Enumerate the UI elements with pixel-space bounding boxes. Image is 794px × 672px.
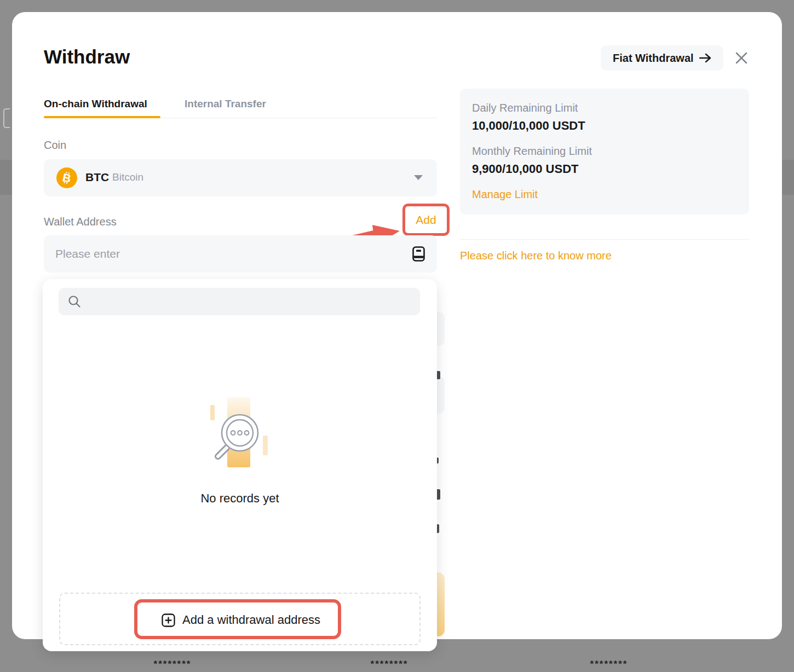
tab-onchain-withdrawal[interactable]: On-chain Withdrawal <box>44 98 147 110</box>
address-search-input[interactable] <box>87 288 410 315</box>
divider <box>460 239 749 240</box>
limits-card: Daily Remaining Limit 10,000/10,000 USDT… <box>460 89 749 215</box>
masked-value: ******** <box>724 0 762 3</box>
wallet-address-label: Wallet Address <box>44 216 117 228</box>
background-fragment <box>3 108 10 128</box>
masked-value: ******** <box>267 0 304 3</box>
coin-select[interactable]: B BTC Bitcoin <box>44 159 437 196</box>
add-withdrawal-address-label: Add a withdrawal address <box>182 613 320 627</box>
selected-coin-name: Bitcoin <box>112 171 143 183</box>
bitcoin-icon: B <box>56 167 77 188</box>
monthly-limit-label: Monthly Remaining Limit <box>472 145 592 158</box>
search-field <box>59 288 420 315</box>
address-dropdown-panel: No records yet Add a withdrawal address <box>43 279 437 651</box>
daily-limit-value: 10,000/10,000 USDT <box>472 119 585 133</box>
plus-square-icon <box>162 613 175 627</box>
wallet-address-input[interactable] <box>54 235 405 273</box>
search-icon <box>67 294 82 309</box>
add-address-dropzone: Add a withdrawal address <box>59 593 421 645</box>
withdraw-modal: Withdraw Fiat Withdrawal On-chain Withdr… <box>12 12 782 639</box>
arrow-right-icon <box>699 53 711 63</box>
know-more-link[interactable]: Please click here to know more <box>460 250 612 262</box>
active-tab-underline <box>44 116 160 118</box>
empty-state-text: No records yet <box>43 491 437 506</box>
annotation-box-add: Add <box>402 204 450 236</box>
daily-limit-label: Daily Remaining Limit <box>472 102 578 114</box>
page-title: Withdraw <box>44 46 130 68</box>
selected-coin-symbol: BTC <box>85 171 109 184</box>
screen: ******** ******** ******** ******** ****… <box>0 0 794 672</box>
coin-label: Coin <box>44 139 66 152</box>
close-icon[interactable] <box>734 50 749 66</box>
add-address-link[interactable]: Add <box>416 213 436 227</box>
masked-value: ******** <box>371 659 408 670</box>
monthly-limit-value: 9,900/10,000 USDT <box>472 162 578 176</box>
masked-value: ******** <box>154 659 192 670</box>
manage-limit-link[interactable]: Manage Limit <box>472 188 538 201</box>
add-withdrawal-address-button[interactable]: Add a withdrawal address <box>60 594 422 646</box>
address-book-icon[interactable] <box>412 246 425 262</box>
chevron-down-icon <box>414 175 423 180</box>
wallet-address-field <box>44 235 437 273</box>
masked-value: ******** <box>590 659 628 670</box>
fiat-withdrawal-button[interactable]: Fiat Withdrawal <box>601 45 723 71</box>
fiat-withdrawal-label: Fiat Withdrawal <box>613 52 694 65</box>
no-records-illustration <box>192 390 288 483</box>
tab-internal-transfer[interactable]: Internal Transfer <box>185 98 266 110</box>
